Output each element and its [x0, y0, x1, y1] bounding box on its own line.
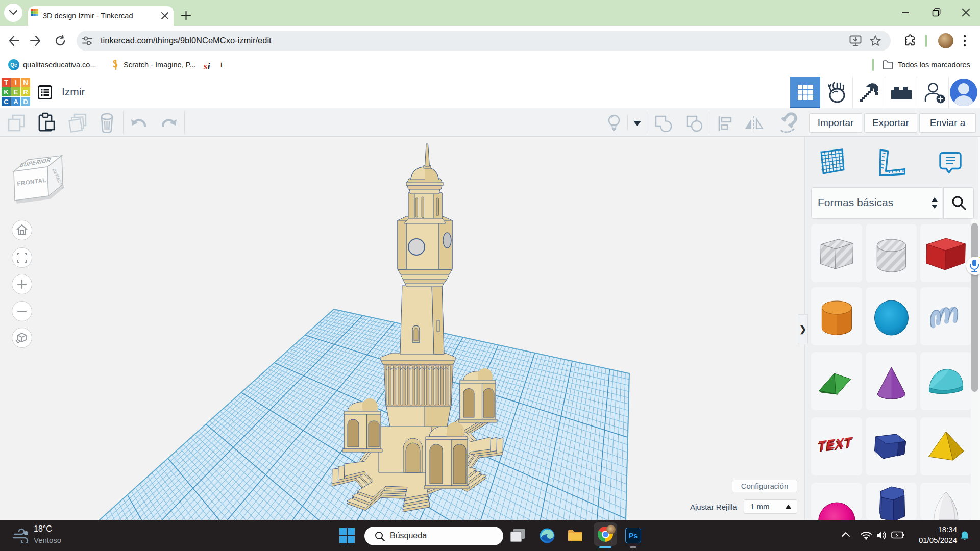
svg-text:C: C: [4, 98, 9, 106]
svg-text:D: D: [23, 98, 28, 106]
svg-text:T: T: [4, 79, 8, 86]
svg-text:R: R: [23, 88, 28, 96]
svg-text:N: N: [23, 79, 28, 86]
svg-text:A: A: [13, 98, 18, 106]
svg-text:K: K: [4, 88, 9, 96]
svg-text:E: E: [14, 88, 18, 96]
svg-text:I: I: [15, 79, 17, 86]
